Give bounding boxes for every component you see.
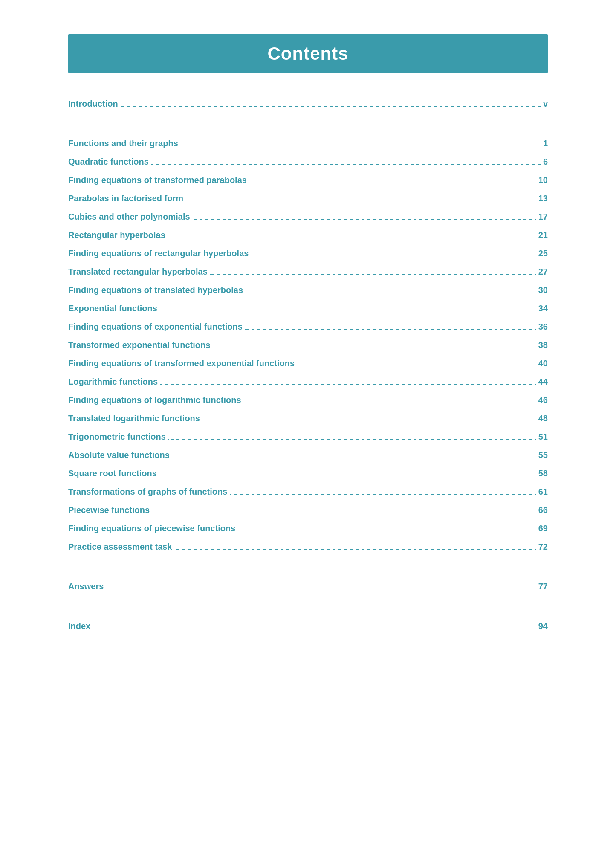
toc-dots — [251, 256, 535, 256]
toc-entry-title: Exponential functions — [68, 304, 157, 313]
toc-entry-title: Finding equations of translated hyperbol… — [68, 285, 243, 295]
toc-entry-title: Finding equations of rectangular hyperbo… — [68, 249, 249, 258]
toc-entry-page: 48 — [538, 414, 548, 423]
list-item: Index94 — [68, 617, 548, 635]
list-item: Introductionv — [68, 95, 548, 113]
toc-entry-page: v — [543, 99, 548, 109]
list-item: Absolute value functions55 — [68, 446, 548, 464]
list-item: Trigonometric functions51 — [68, 428, 548, 446]
toc-entry-title: Functions and their graphs — [68, 139, 178, 148]
toc-dots — [244, 403, 536, 403]
list-item: Logarithmic functions44 — [68, 373, 548, 391]
page-title: Contents — [68, 43, 548, 64]
toc-entry-title: Finding equations of exponential functio… — [68, 322, 243, 332]
list-item: Quadratic functions6 — [68, 153, 548, 171]
toc-entry-title: Finding equations of transformed exponen… — [68, 359, 295, 368]
list-item: Functions and their graphs1 — [68, 134, 548, 153]
toc-entry-page: 10 — [538, 175, 548, 185]
list-item: Rectangular hyperbolas21 — [68, 226, 548, 244]
table-of-contents: IntroductionvFunctions and their graphs1… — [68, 95, 548, 635]
toc-entry-page: 69 — [538, 524, 548, 533]
list-item: Cubics and other polynomials17 — [68, 208, 548, 226]
toc-entry-page: 58 — [538, 469, 548, 478]
toc-dots — [151, 164, 541, 165]
toc-dots — [175, 549, 536, 550]
toc-entry-page: 77 — [538, 582, 548, 591]
list-item: Finding equations of logarithmic functio… — [68, 391, 548, 409]
list-item: Transformed exponential functions38 — [68, 336, 548, 354]
toc-dots — [249, 183, 536, 183]
toc-entry-title: Translated rectangular hyperbolas — [68, 267, 208, 277]
toc-entry-title: Cubics and other polynomials — [68, 212, 190, 222]
toc-dots — [213, 348, 535, 348]
list-item: Piecewise functions66 — [68, 501, 548, 519]
toc-entry-title: Trigonometric functions — [68, 432, 166, 442]
toc-entry-title: Translated logarithmic functions — [68, 414, 200, 423]
toc-dots — [186, 201, 536, 201]
list-item: Square root functions58 — [68, 464, 548, 483]
toc-entry-page: 6 — [543, 157, 548, 167]
toc-dots — [106, 589, 535, 589]
toc-entry-page: 72 — [538, 542, 548, 552]
toc-entry-title: Finding equations of logarithmic functio… — [68, 395, 241, 405]
toc-dots — [181, 146, 541, 146]
toc-entry-title: Piecewise functions — [68, 505, 150, 515]
toc-dots — [168, 439, 536, 440]
toc-dots — [152, 513, 536, 513]
toc-dots — [210, 274, 536, 275]
toc-entry-page: 46 — [538, 395, 548, 405]
toc-entry-page: 38 — [538, 340, 548, 350]
toc-entry-page: 1 — [543, 139, 548, 148]
list-item: Finding equations of exponential functio… — [68, 318, 548, 336]
list-item: Exponential functions34 — [68, 299, 548, 318]
toc-entry-page: 55 — [538, 450, 548, 460]
toc-dots — [246, 293, 536, 293]
list-item: Finding equations of rectangular hyperbo… — [68, 244, 548, 263]
toc-entry-title: Absolute value functions — [68, 450, 170, 460]
toc-entry-title: Parabolas in factorised form — [68, 194, 183, 203]
toc-dots — [172, 458, 536, 458]
toc-dots — [159, 476, 536, 476]
toc-entry-page: 61 — [538, 487, 548, 497]
toc-entry-page: 21 — [538, 230, 548, 240]
list-item: Translated rectangular hyperbolas27 — [68, 263, 548, 281]
toc-dots — [160, 311, 536, 311]
section-spacer — [68, 122, 548, 134]
list-item: Answers77 — [68, 577, 548, 596]
toc-entry-title: Finding equations of piecewise functions — [68, 524, 235, 533]
toc-entry-title: Rectangular hyperbolas — [68, 230, 165, 240]
toc-entry-title: Transformed exponential functions — [68, 340, 210, 350]
toc-entry-title: Introduction — [68, 99, 118, 109]
toc-dots — [193, 219, 536, 220]
toc-entry-title: Square root functions — [68, 469, 157, 478]
toc-entry-page: 27 — [538, 267, 548, 277]
toc-entry-page: 94 — [538, 621, 548, 631]
toc-entry-page: 13 — [538, 194, 548, 203]
toc-dots — [93, 629, 536, 629]
list-item: Finding equations of transformed parabol… — [68, 171, 548, 189]
toc-entry-page: 40 — [538, 359, 548, 368]
toc-dots — [168, 238, 536, 238]
toc-entry-title: Logarithmic functions — [68, 377, 158, 387]
toc-entry-title: Practice assessment task — [68, 542, 172, 552]
toc-dots — [202, 421, 536, 421]
section-spacer — [68, 565, 548, 577]
list-item: Translated logarithmic functions48 — [68, 409, 548, 428]
toc-entry-title: Transformations of graphs of functions — [68, 487, 227, 497]
toc-dots — [297, 366, 536, 366]
list-item: Finding equations of translated hyperbol… — [68, 281, 548, 299]
section-spacer — [68, 604, 548, 617]
toc-entry-page: 17 — [538, 212, 548, 222]
toc-entry-page: 51 — [538, 432, 548, 442]
toc-dots — [238, 531, 536, 531]
toc-entry-page: 36 — [538, 322, 548, 332]
toc-entry-title: Index — [68, 621, 90, 631]
toc-dots — [160, 384, 536, 385]
list-item: Finding equations of piecewise functions… — [68, 519, 548, 538]
contents-header: Contents — [68, 34, 548, 73]
list-item: Finding equations of transformed exponen… — [68, 354, 548, 373]
toc-entry-title: Finding equations of transformed parabol… — [68, 175, 247, 185]
list-item: Transformations of graphs of functions61 — [68, 483, 548, 501]
toc-entry-page: 34 — [538, 304, 548, 313]
toc-entry-page: 44 — [538, 377, 548, 387]
